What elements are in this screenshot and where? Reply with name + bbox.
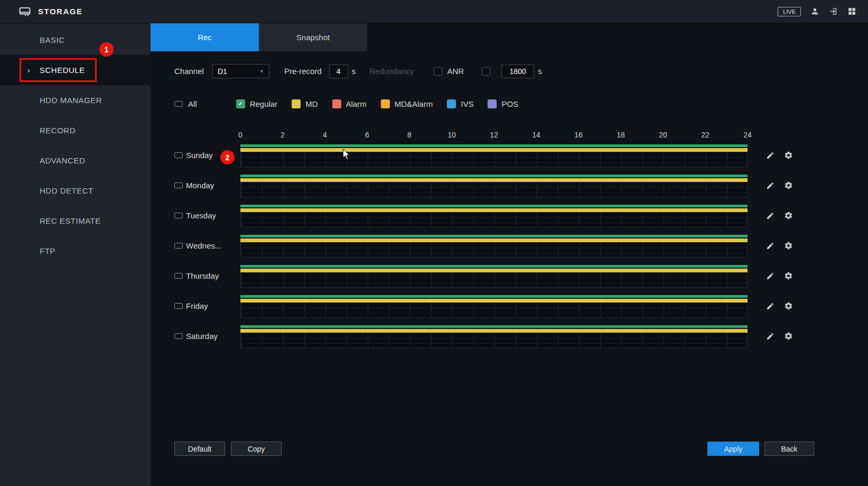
edit-icon[interactable]	[766, 151, 774, 162]
day-checkbox[interactable]	[174, 243, 183, 249]
legend-item-regular[interactable]: ✓Regular	[236, 99, 278, 108]
regular-track[interactable]	[240, 325, 748, 328]
legend-item-alarm[interactable]: Alarm	[332, 99, 367, 108]
sidebar-item-hdd-manager[interactable]: HDD MANAGER	[0, 85, 151, 115]
legend-item-ivs[interactable]: IVS	[447, 99, 473, 108]
settings-icon[interactable]	[784, 211, 793, 222]
md-track[interactable]	[240, 299, 748, 302]
content: RecSnapshot Channel D1 ▼ Pre-record s Re…	[151, 23, 868, 486]
schedule-bar[interactable]	[240, 235, 748, 258]
channel-value: D1	[218, 67, 227, 76]
edit-icon[interactable]	[766, 272, 774, 282]
md-track[interactable]	[240, 239, 748, 242]
copy-button[interactable]: Copy	[231, 442, 282, 456]
back-button[interactable]: Back	[764, 442, 814, 456]
legend-swatch-pos[interactable]	[488, 99, 497, 108]
all-label: All	[188, 99, 197, 108]
live-button[interactable]: LIVE	[778, 7, 801, 16]
timeline-grid[interactable]	[240, 333, 748, 348]
schedule-bar[interactable]	[240, 205, 748, 228]
schedule-bar[interactable]	[240, 175, 748, 198]
sidebar-item-schedule[interactable]: ›SCHEDULE	[0, 55, 151, 85]
settings-icon[interactable]	[784, 301, 793, 313]
settings-icon[interactable]	[784, 151, 793, 162]
pre-record-label: Pre-record	[284, 67, 322, 76]
legend-item-pos[interactable]: POS	[488, 99, 518, 108]
sidebar-item-advanced[interactable]: ADVANCED	[0, 145, 151, 176]
timeline-grid[interactable]	[240, 302, 748, 318]
legend-swatch-regular[interactable]: ✓	[236, 99, 245, 108]
regular-track[interactable]	[240, 144, 748, 147]
schedule-row-friday: Friday	[151, 295, 868, 319]
timeline-grid[interactable]	[240, 242, 748, 258]
edit-icon[interactable]	[766, 302, 774, 313]
sidebar-item-hdd-detect[interactable]: HDD DETECT	[0, 176, 151, 206]
md-track[interactable]	[240, 178, 748, 182]
regular-track[interactable]	[240, 295, 748, 298]
pre-record-unit: s	[352, 67, 356, 76]
legend-swatch-md[interactable]	[292, 99, 301, 108]
apply-button[interactable]: Apply	[707, 442, 759, 456]
md-track[interactable]	[240, 148, 748, 152]
legend-swatch-md-alarm[interactable]	[381, 99, 390, 108]
redundancy-label: Redundancy	[369, 67, 414, 76]
settings-icon[interactable]	[784, 181, 793, 192]
sidebar-item-ftp[interactable]: FTP	[0, 236, 151, 266]
edit-icon[interactable]	[766, 332, 774, 343]
schedule-bar[interactable]	[240, 295, 748, 318]
settings-icon[interactable]	[784, 332, 793, 343]
regular-track[interactable]	[240, 175, 748, 177]
sidebar-item-basic[interactable]: BASIC	[0, 25, 151, 55]
tab-snapshot[interactable]: Snapshot	[259, 23, 367, 51]
sidebar-item-label: RECORD	[40, 126, 76, 135]
hour-label-2: 2	[281, 131, 285, 139]
sidebar-item-rec-estimate[interactable]: REC ESTIMATE	[0, 206, 151, 236]
legend-swatch-alarm[interactable]	[332, 99, 341, 108]
regular-track[interactable]	[240, 235, 748, 237]
day-checkbox[interactable]	[174, 273, 183, 279]
pre-record-input[interactable]	[329, 65, 348, 78]
anr-time-input[interactable]	[501, 65, 534, 78]
timeline-grid[interactable]	[240, 182, 748, 197]
sidebar-item-record[interactable]: RECORD	[0, 115, 151, 145]
md-track[interactable]	[240, 269, 748, 272]
timeline-grid[interactable]	[240, 152, 748, 167]
legend-row: All ✓RegularMDAlarmMD&AlarmIVSPOS	[174, 99, 533, 108]
active-item-arrow-icon: ›	[27, 66, 30, 75]
tab-rec[interactable]: Rec	[151, 23, 259, 51]
day-checkbox[interactable]	[174, 152, 183, 158]
anr-checkbox[interactable]	[434, 67, 442, 76]
legend-swatch-ivs[interactable]	[447, 99, 456, 108]
schedule-row-monday: Monday	[151, 175, 868, 199]
regular-track[interactable]	[240, 205, 748, 207]
day-checkbox[interactable]	[174, 182, 183, 188]
edit-icon[interactable]	[766, 181, 774, 192]
day-checkbox[interactable]	[174, 303, 183, 309]
grid-icon[interactable]	[847, 7, 856, 16]
schedule-bar[interactable]	[240, 265, 748, 288]
anr-time-checkbox[interactable]	[482, 67, 490, 76]
logout-icon[interactable]	[829, 7, 838, 16]
all-checkbox[interactable]	[174, 101, 183, 107]
schedule-bar[interactable]	[240, 144, 748, 168]
channel-select[interactable]: D1 ▼	[212, 64, 269, 78]
hour-label-20: 20	[659, 131, 667, 139]
legend-item-md[interactable]: MD	[292, 99, 318, 108]
default-button[interactable]: Default	[174, 442, 225, 456]
md-track[interactable]	[240, 208, 748, 212]
regular-track[interactable]	[240, 265, 748, 268]
user-icon[interactable]	[810, 7, 819, 16]
day-checkbox[interactable]	[174, 213, 183, 218]
settings-icon[interactable]	[784, 241, 793, 252]
md-track[interactable]	[240, 329, 748, 333]
legend-all[interactable]: All	[174, 99, 197, 108]
timeline-grid[interactable]	[240, 212, 748, 227]
day-checkbox[interactable]	[174, 333, 183, 339]
anr-label: ANR	[447, 67, 464, 76]
settings-icon[interactable]	[784, 271, 793, 282]
edit-icon[interactable]	[766, 242, 774, 252]
legend-item-md-alarm[interactable]: MD&Alarm	[381, 99, 433, 108]
schedule-bar[interactable]	[240, 325, 748, 349]
edit-icon[interactable]	[766, 212, 774, 222]
timeline-grid[interactable]	[240, 272, 748, 288]
